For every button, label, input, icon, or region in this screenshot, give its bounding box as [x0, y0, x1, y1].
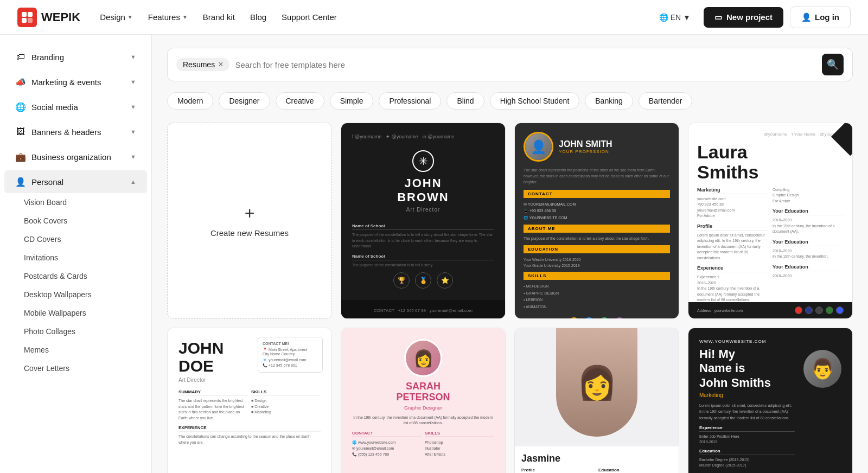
- marketing-icon: 📣: [15, 76, 26, 87]
- nav-support[interactable]: Support Center: [275, 8, 343, 26]
- chip-high-school[interactable]: High School Student: [490, 92, 580, 110]
- social-chevron-icon: ▼: [130, 104, 136, 110]
- sidebar-item-photo-collages[interactable]: Photo Collages: [0, 322, 151, 341]
- sarah-photo-section: 👩 SARAHPETERSON Graphic Designer: [352, 339, 494, 411]
- content-grid: Marketing yourwebsite.com+90 923 456 38y…: [697, 187, 844, 318]
- template-sarah[interactable]: 👩 SARAHPETERSON Graphic Designer In the …: [341, 328, 506, 473]
- template-orange-john-smith[interactable]: 👤 JOHN SMITH YOUR PROFESSION The star ch…: [514, 123, 679, 319]
- right-col: CompilingGraphic DesignFor Amber Your Ed…: [773, 187, 844, 318]
- about-section-header: ABOUT ME: [524, 225, 670, 233]
- logo[interactable]: WEPIK: [17, 8, 80, 27]
- sidebar-item-postcards[interactable]: Postcards & Cards: [0, 267, 151, 285]
- main-nav: Design ▼ Features ▼ Brand kit Blog Suppo…: [93, 8, 343, 26]
- social-row: @yourname f Your Name @yourname: [697, 132, 844, 137]
- template-visual-sarah: 👩 SARAHPETERSON Graphic Designer In the …: [341, 328, 505, 473]
- banners-chevron-icon: ▼: [130, 129, 136, 135]
- search-tag-close-icon[interactable]: ×: [218, 60, 223, 69]
- template-white-laura[interactable]: @yourname f Your Name @yourname LauraSmi…: [688, 123, 853, 319]
- resume-big-name: LauraSmiths: [697, 142, 844, 183]
- sidebar-item-banners[interactable]: 🖼 Banners & headers ▼: [4, 120, 147, 143]
- sidebar-section-branding: 🏷 Branding ▼: [0, 46, 151, 68]
- sidebar-item-cover-letters[interactable]: Cover Letters: [0, 359, 151, 378]
- color-dots-bottom: [795, 306, 844, 314]
- chip-modern[interactable]: Modern: [167, 92, 213, 110]
- himy-big-text: Hi! MyName isJohn Smiths: [699, 347, 795, 390]
- social-icons-row: f @yourname ✦ @yourname in @yourname: [352, 134, 494, 139]
- bottom-bar: Address yourwebsite.com: [688, 302, 852, 318]
- sidebar-item-vision-board[interactable]: Vision Board: [0, 193, 151, 212]
- create-new-card[interactable]: + Create new Resumes: [167, 123, 332, 319]
- experience-section: EXPERIENCE The constellations can change…: [178, 425, 321, 445]
- sidebar-item-business[interactable]: 💼 Business organization ▼: [4, 145, 147, 168]
- left-col: Marketing yourwebsite.com+90 923 456 38y…: [697, 187, 768, 318]
- search-button[interactable]: 🔍: [822, 54, 844, 75]
- header-row: 👤 JOHN SMITH YOUR PROFESSION: [524, 132, 670, 162]
- new-project-button[interactable]: ▭ New project: [704, 7, 783, 28]
- sidebar-item-desktop-wallpapers[interactable]: Desktop Wallpapers: [0, 285, 151, 304]
- search-icon: 🔍: [827, 59, 839, 71]
- chip-simple[interactable]: Simple: [330, 92, 374, 110]
- chip-creative[interactable]: Creative: [276, 92, 324, 110]
- svg-rect-3: [28, 18, 33, 23]
- sarah-title: Graphic Designer: [352, 405, 494, 411]
- logo-text: WEPIK: [41, 10, 80, 24]
- chip-designer[interactable]: Designer: [219, 92, 270, 110]
- search-input[interactable]: [235, 60, 816, 69]
- himy-website: WWW.YOURWEBSITE.COM: [699, 339, 795, 344]
- main-content: Resumes × 🔍 Modern Designer Creative Sim…: [152, 35, 868, 473]
- johndoe-title: Art Director: [178, 377, 321, 383]
- avatar: 👤: [524, 132, 553, 162]
- svg-rect-2: [22, 18, 27, 23]
- nav-brandkit[interactable]: Brand kit: [196, 8, 241, 26]
- header: WEPIK Design ▼ Features ▼ Brand kit Blog…: [0, 0, 868, 35]
- template-dark-john-brown[interactable]: f @yourname ✦ @yourname in @yourname ✳ J…: [341, 123, 506, 319]
- design-chevron-icon: ▼: [127, 14, 133, 20]
- sidebar-item-social[interactable]: 🌐 Social media ▼: [4, 95, 147, 118]
- himy-description: Lorem ipsum dolor sit amet, consectetur …: [699, 402, 795, 421]
- name-section: ✳ JOHNBROWN Art Director: [352, 150, 494, 213]
- himy-sections: Experience Enter Job Position Here2018-2…: [699, 425, 795, 469]
- template-jasmine[interactable]: 👩 Jasmine Profile Lorem ipsum dolor sit …: [514, 328, 679, 473]
- about-content: The purpose of the constellation is to t…: [524, 236, 670, 242]
- education-section: Name of School The purpose of the conste…: [352, 223, 494, 250]
- business-icon: 💼: [15, 151, 26, 162]
- description: The star chart represents the positions …: [524, 167, 670, 186]
- language-selector[interactable]: 🌐 EN ▼: [653, 9, 697, 26]
- nav-blog[interactable]: Blog: [244, 8, 273, 26]
- himy-avatar: 👨: [803, 350, 841, 388]
- sidebar-item-marketing[interactable]: 📣 Marketing & events ▼: [4, 71, 147, 93]
- jasmine-name: Jasmine: [521, 453, 672, 464]
- sidebar-item-mobile-wallpapers[interactable]: Mobile Wallpapers: [0, 304, 151, 322]
- sarah-name: SARAHPETERSON: [352, 381, 494, 403]
- himy-right: 👨: [803, 339, 841, 473]
- himy-subtitle: Marketing: [699, 392, 795, 398]
- chip-professional[interactable]: Professional: [379, 92, 441, 110]
- nav-features[interactable]: Features ▼: [142, 8, 194, 26]
- color-palette: [524, 317, 670, 318]
- chip-bartender[interactable]: Bartender: [639, 92, 692, 110]
- sidebar-item-book-covers[interactable]: Book Covers: [0, 212, 151, 230]
- template-himy[interactable]: WWW.YOURWEBSITE.COM Hi! MyName isJohn Sm…: [688, 328, 853, 473]
- sidebar-item-branding[interactable]: 🏷 Branding ▼: [4, 46, 147, 68]
- sidebar-item-memes[interactable]: Memes: [0, 341, 151, 359]
- nav-design[interactable]: Design ▼: [93, 8, 139, 26]
- chip-blind[interactable]: Blind: [446, 92, 484, 110]
- personal-chevron-icon: ▲: [130, 178, 136, 185]
- skills-content: • MID-DESIGN• GRAPHIC DESIGN• LEBRION• A…: [524, 283, 670, 310]
- template-visual-orange: 👤 JOHN SMITH YOUR PROFESSION The star ch…: [515, 123, 679, 318]
- svg-rect-0: [22, 12, 27, 17]
- svg-rect-1: [28, 12, 33, 17]
- social-icon: 🌐: [15, 101, 26, 112]
- template-johndoe[interactable]: JOHNDOE Art Director CONTACT ME! 📍 Main …: [167, 328, 332, 473]
- login-button[interactable]: 👤 Log in: [790, 7, 851, 28]
- sidebar-item-invitations[interactable]: Invitations: [0, 248, 151, 267]
- chip-banking[interactable]: Banking: [585, 92, 633, 110]
- sidebar-item-cd-covers[interactable]: CD Covers: [0, 230, 151, 248]
- sidebar-item-personal[interactable]: 👤 Personal ▲: [4, 170, 147, 193]
- template-visual-johndoe: JOHNDOE Art Director CONTACT ME! 📍 Main …: [168, 328, 331, 473]
- resume-name: JOHN SMITH: [559, 139, 612, 149]
- sidebar-section-business: 💼 Business organization ▼: [0, 145, 151, 168]
- jasmine-photo: 👩: [556, 328, 637, 437]
- user-icon: 👤: [801, 12, 812, 22]
- color-dot-orange: [569, 317, 579, 318]
